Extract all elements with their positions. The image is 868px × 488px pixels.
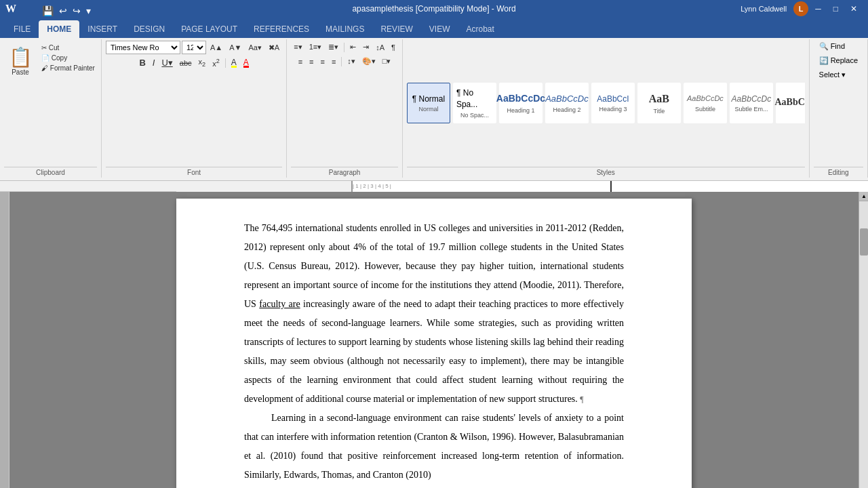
style-title-preview: AaB	[649, 92, 669, 106]
style-heading1[interactable]: AaBbCcDc Heading 1	[499, 83, 542, 123]
italic-button[interactable]: I	[150, 56, 158, 70]
align-right-button[interactable]: ≡	[317, 56, 327, 68]
subscript-button[interactable]: x2	[196, 56, 209, 70]
ribbon: 📋 Paste ✂ Cut 📄 Copy 🖌 Format Painter Cl…	[0, 38, 868, 181]
minimize-button[interactable]: ─	[810, 3, 827, 15]
tab-mailings[interactable]: MAILINGS	[317, 20, 372, 38]
tab-page-layout[interactable]: PAGE LAYOUT	[173, 20, 245, 38]
align-left-button[interactable]: ≡	[296, 56, 305, 68]
vertical-scrollbar[interactable]: ▲ ▼	[859, 192, 868, 488]
quick-access-toolbar: 💾 ↩ ↪ ▾	[41, 4, 92, 18]
strikethrough-button[interactable]: abc	[177, 57, 195, 69]
superscript-button[interactable]: x2	[210, 56, 222, 70]
clipboard-label: Clipboard	[4, 167, 97, 176]
tab-design[interactable]: DESIGN	[125, 20, 173, 38]
style-title-label: Title	[654, 108, 665, 115]
style-heading1-label: Heading 1	[507, 107, 534, 114]
ruler-cursor	[610, 181, 612, 192]
style-subtitle[interactable]: AaBbCcDc Subtitle	[684, 83, 727, 123]
clear-formatting-button[interactable]: ✖A	[266, 41, 282, 54]
style-no-spacing-preview: ¶ No Spa...	[456, 87, 493, 110]
maximize-button[interactable]: □	[828, 3, 844, 15]
clipboard-group: 📋 Paste ✂ Cut 📄 Copy 🖌 Format Painter Cl…	[0, 39, 102, 178]
divider2	[344, 43, 344, 52]
scroll-thumb[interactable]	[860, 228, 868, 256]
numbering-button[interactable]: 1≡▾	[307, 41, 325, 54]
tab-references[interactable]: REFERENCES	[245, 20, 317, 38]
paste-button[interactable]: 📋 Paste	[4, 41, 37, 81]
paragraph-2: Learning in a second-language environmen…	[244, 409, 624, 485]
replace-button[interactable]: 🔄 Replace	[814, 55, 863, 66]
style-heading3[interactable]: AaBbCcI Heading 3	[591, 83, 635, 123]
ruler-marker: | 1 | 2 | 3 | 4 | 5 |	[353, 183, 391, 189]
ruler-left-margin	[176, 181, 353, 192]
user-avatar: L	[793, 1, 808, 16]
style-normal-preview: ¶ Normal	[412, 94, 445, 105]
ribbon-tabs-bar: FILE HOME INSERT DESIGN PAGE LAYOUT REFE…	[0, 18, 868, 38]
tab-acrobat[interactable]: Acrobat	[458, 20, 502, 38]
font-name-row: Times New Ro 12 A▲ A▼ Aa▾ ✖A	[106, 41, 282, 54]
cut-button[interactable]: ✂ Cut	[39, 43, 97, 52]
bold-button[interactable]: B	[136, 56, 148, 70]
paste-icon: 📋	[9, 46, 33, 68]
redo-button[interactable]: ↪	[71, 4, 82, 18]
font-size-select[interactable]: 12	[182, 41, 206, 54]
copy-button[interactable]: 📄 Copy	[39, 54, 97, 62]
select-button[interactable]: Select ▾	[814, 69, 852, 81]
ruler: | 1 | 2 | 3 | 4 | 5 |	[0, 181, 868, 192]
align-buttons-row: ≡ ≡ ≡ ≡ ↕▾ 🎨▾ □▾	[296, 55, 394, 68]
style-more[interactable]: AaBbCcDc	[776, 83, 805, 123]
list-buttons-row: ≡▾ 1≡▾ ≣▾ ⇤ ⇥ ↕A ¶	[291, 41, 398, 54]
align-center-button[interactable]: ≡	[307, 56, 316, 68]
style-subtle-em[interactable]: AaBbCcDc Subtle Em...	[730, 83, 773, 123]
paragraph-label: Paragraph	[291, 167, 398, 176]
line-spacing-button[interactable]: ↕▾	[344, 55, 358, 68]
style-normal[interactable]: ¶ Normal Normal	[407, 83, 450, 123]
font-format-row: B I U▾ abc x2 x2 A A	[136, 56, 251, 70]
divider3	[341, 57, 342, 66]
font-name-select[interactable]: Times New Ro	[106, 41, 180, 54]
close-button[interactable]: ✕	[845, 3, 863, 15]
username: Lynn Caldwell	[741, 5, 787, 13]
scroll-up-button[interactable]: ▲	[859, 192, 868, 201]
editing-label: Editing	[814, 167, 863, 176]
decrease-indent-button[interactable]: ⇤	[347, 41, 359, 54]
tab-file[interactable]: FILE	[5, 20, 39, 38]
style-no-spacing[interactable]: ¶ No Spa... No Spac...	[453, 83, 496, 123]
ruler-content: | 1 | 2 | 3 | 4 | 5 |	[353, 181, 868, 192]
text-highlight-button[interactable]: A	[229, 56, 239, 70]
underline-button[interactable]: U▾	[159, 56, 175, 70]
sort-button[interactable]: ↕A	[373, 41, 387, 54]
font-shrink-button[interactable]: A▼	[226, 41, 244, 54]
font-color-button[interactable]: A	[241, 56, 252, 70]
title-right: Lynn Caldwell L ─ □ ✕	[741, 1, 863, 16]
quick-access-more-button[interactable]: ▾	[85, 4, 92, 18]
justify-button[interactable]: ≡	[329, 56, 338, 68]
style-title[interactable]: AaB Title	[637, 83, 681, 123]
style-subtle-em-preview: AaBbCcDc	[732, 94, 772, 105]
style-heading2[interactable]: AaBbCcDc Heading 2	[545, 83, 589, 123]
shading-button[interactable]: 🎨▾	[359, 55, 378, 68]
font-grow-button[interactable]: A▲	[208, 41, 225, 54]
undo-button[interactable]: ↩	[58, 4, 68, 18]
find-button[interactable]: 🔍 Find	[814, 41, 850, 52]
tab-review[interactable]: REVIEW	[372, 20, 420, 38]
multilevel-list-button[interactable]: ≣▾	[326, 41, 341, 54]
style-heading2-preview: AaBbCcDc	[545, 93, 589, 105]
change-case-button[interactable]: Aa▾	[245, 41, 264, 54]
style-subtle-em-label: Subtle Em...	[734, 106, 768, 113]
tab-home[interactable]: HOME	[39, 20, 79, 38]
save-button[interactable]: 💾	[41, 4, 55, 18]
styles-group: ¶ Normal Normal ¶ No Spa... No Spac... A…	[403, 39, 810, 178]
borders-button[interactable]: □▾	[380, 55, 394, 68]
bullets-button[interactable]: ≡▾	[291, 41, 304, 54]
tab-view[interactable]: VIEW	[421, 20, 458, 38]
increase-indent-button[interactable]: ⇥	[360, 41, 372, 54]
styles-label: Styles	[407, 167, 805, 176]
font-group: Times New Ro 12 A▲ A▼ Aa▾ ✖A B I U▾ abc …	[102, 39, 287, 178]
tab-insert[interactable]: INSERT	[79, 20, 125, 38]
document-title: apasamplethesis [Compatibility Mode] - W…	[352, 4, 515, 14]
show-hide-button[interactable]: ¶	[389, 41, 398, 54]
format-painter-button[interactable]: 🖌 Format Painter	[39, 64, 97, 73]
pilcrow-mark: ¶	[580, 394, 583, 404]
